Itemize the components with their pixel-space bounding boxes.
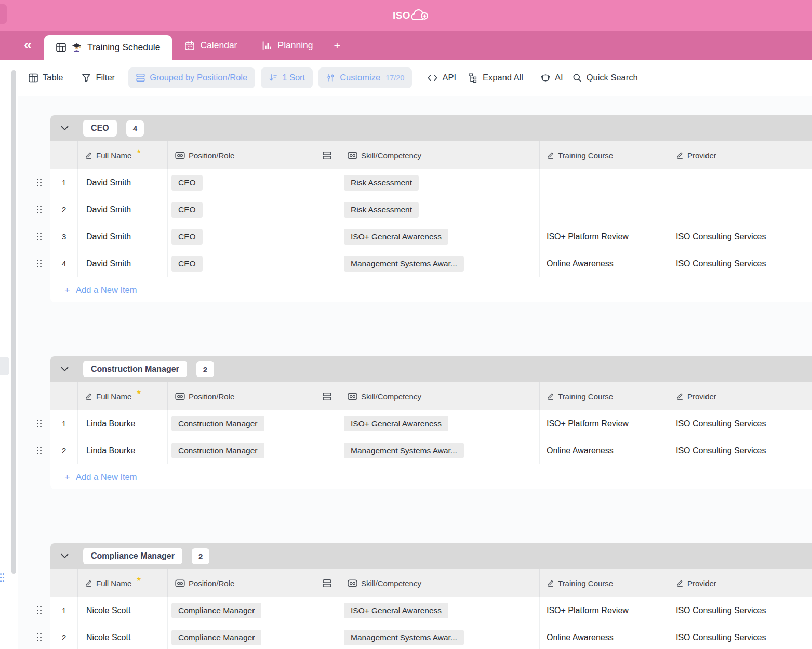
cell-skill-competency[interactable]: Management Systems Awar... <box>340 250 540 277</box>
cell-full-name[interactable]: Linda Bourke <box>78 437 168 464</box>
header-full-name[interactable]: Full Name ★ <box>78 569 168 597</box>
header-position-role[interactable]: Position/Role <box>168 382 340 410</box>
collapse-sidebar-button[interactable]: « <box>24 37 32 51</box>
cell-training-course[interactable]: ISO+ Platform Review <box>540 223 669 250</box>
expand-all-button[interactable]: Expand All <box>469 73 523 83</box>
cell-skill-competency[interactable]: ISO+ General Awareness <box>340 223 540 250</box>
cell-position-role[interactable]: CEO <box>168 169 340 196</box>
cell-full-name[interactable]: David Smith <box>78 223 168 250</box>
cell-training-course[interactable]: ISO+ Platform Review <box>540 597 669 624</box>
grouped-column-icon <box>323 579 331 588</box>
row-number: 4 <box>50 250 78 277</box>
cell-position-role[interactable]: Construction Manager <box>168 410 340 437</box>
header-position-role[interactable]: Position/Role <box>168 569 340 597</box>
position-tag: CEO <box>171 229 203 245</box>
cell-training-course[interactable] <box>540 169 669 196</box>
header-training-course[interactable]: Training Course <box>540 382 669 410</box>
cell-training-course[interactable]: Online Awareness <box>540 250 669 277</box>
drag-handle-icon[interactable] <box>37 179 42 187</box>
group-header-ceo[interactable]: CEO 4 <box>50 115 812 141</box>
topbar-left-stub[interactable] <box>0 4 7 24</box>
cell-skill-competency[interactable]: Risk Assessment <box>340 169 540 196</box>
cell-skill-competency[interactable]: Management Systems Awar... <box>340 437 540 464</box>
table-view-button[interactable]: Table <box>29 73 63 83</box>
plus-icon: + <box>64 285 70 295</box>
cell-training-course[interactable]: ISO+ Platform Review <box>540 410 669 437</box>
add-new-item-button[interactable]: + Add a New Item <box>50 277 812 302</box>
cell-provider[interactable]: ISO Consulting Services <box>669 624 806 649</box>
add-tab-button[interactable]: + <box>326 31 349 60</box>
cell-extra <box>806 196 812 223</box>
grouped-by-button[interactable]: Grouped by Position/Role <box>128 67 255 88</box>
cell-provider[interactable] <box>669 196 806 223</box>
cell-position-role[interactable]: CEO <box>168 250 340 277</box>
cell-provider[interactable]: ISO Consulting Services <box>669 250 806 277</box>
header-training-course[interactable]: Training Course <box>540 141 669 169</box>
sort-button[interactable]: 1 Sort <box>261 67 313 88</box>
ai-chip-icon <box>541 73 550 83</box>
drag-handle-icon[interactable] <box>37 260 42 268</box>
cell-skill-competency[interactable]: ISO+ General Awareness <box>340 410 540 437</box>
group-header-compliance-manager[interactable]: Compliance Manager 2 <box>50 543 812 569</box>
cell-provider[interactable]: ISO Consulting Services <box>669 410 806 437</box>
group-header-construction-manager[interactable]: Construction Manager 2 <box>50 356 812 382</box>
cell-position-role[interactable]: CEO <box>168 223 340 250</box>
tab-planning[interactable]: Planning <box>249 31 325 60</box>
cell-position-role[interactable]: CEO <box>168 196 340 223</box>
tab-training-schedule[interactable]: Training Schedule <box>44 35 172 60</box>
table-row: 4 David Smith CEO Management Systems Awa… <box>50 250 812 277</box>
grouped-column-icon <box>323 151 331 160</box>
tab-calendar[interactable]: Calendar <box>172 31 249 60</box>
cell-full-name[interactable]: David Smith <box>78 250 168 277</box>
drag-handle-icon[interactable] <box>37 606 42 615</box>
header-full-name[interactable]: Full Name ★ <box>78 141 168 169</box>
header-training-course[interactable]: Training Course <box>540 569 669 597</box>
cell-training-course[interactable]: Online Awareness <box>540 624 669 649</box>
cell-full-name[interactable]: Nicole Scott <box>78 624 168 649</box>
header-position-role[interactable]: Position/Role <box>168 141 340 169</box>
header-provider[interactable]: Provider <box>669 141 806 169</box>
header-skill-competency[interactable]: Skill/Competency <box>340 141 540 169</box>
drag-handle-icon[interactable] <box>37 206 42 214</box>
header-skill-competency[interactable]: Skill/Competency <box>340 382 540 410</box>
link-icon <box>348 152 357 159</box>
api-button[interactable]: API <box>428 73 456 83</box>
drag-handle-icon[interactable] <box>37 447 42 455</box>
group-count-badge: 2 <box>192 548 209 564</box>
cell-full-name[interactable]: Linda Bourke <box>78 410 168 437</box>
cell-position-role[interactable]: Construction Manager <box>168 437 340 464</box>
cell-position-role[interactable]: Compliance Manager <box>168 597 340 624</box>
cell-provider[interactable]: ISO Consulting Services <box>669 437 806 464</box>
drag-handle-icon[interactable] <box>37 233 42 241</box>
header-full-name[interactable]: Full Name ★ <box>78 382 168 410</box>
ai-button[interactable]: AI <box>541 73 563 83</box>
add-new-item-button[interactable]: + Add a New Item <box>50 464 812 489</box>
cell-training-course[interactable] <box>540 196 669 223</box>
cell-full-name[interactable]: Nicole Scott <box>78 597 168 624</box>
cell-training-course[interactable]: Online Awareness <box>540 437 669 464</box>
header-skill-competency[interactable]: Skill/Competency <box>340 569 540 597</box>
app-window: ISO « Training Schedule Calendar Plannin… <box>0 0 812 649</box>
cell-full-name[interactable]: David Smith <box>78 196 168 223</box>
header-provider[interactable]: Provider <box>669 569 806 597</box>
drag-handle-icon[interactable] <box>37 420 42 428</box>
cell-provider[interactable]: ISO Consulting Services <box>669 223 806 250</box>
customize-button[interactable]: Customize 17/20 <box>318 67 412 88</box>
drag-handle-icon[interactable] <box>37 633 42 642</box>
cell-provider[interactable]: ISO Consulting Services <box>669 597 806 624</box>
cell-provider[interactable] <box>669 169 806 196</box>
vertical-scrollbar[interactable] <box>11 70 16 574</box>
filter-button[interactable]: Filter <box>82 73 115 83</box>
group-rows-icon <box>136 73 145 82</box>
cell-full-name[interactable]: David Smith <box>78 169 168 196</box>
top-header-bar: ISO <box>0 0 812 31</box>
cell-skill-competency[interactable]: ISO+ General Awareness <box>340 597 540 624</box>
header-row-number <box>50 569 78 597</box>
cell-skill-competency[interactable]: Risk Assessment <box>340 196 540 223</box>
left-edge-drag-dots-icon <box>0 573 3 584</box>
quick-search-button[interactable]: Quick Search <box>573 73 638 83</box>
tab-label: Training Schedule <box>87 42 160 53</box>
header-provider[interactable]: Provider <box>669 382 806 410</box>
cell-position-role[interactable]: Compliance Manager <box>168 624 340 649</box>
cell-skill-competency[interactable]: Management Systems Awar... <box>340 624 540 649</box>
